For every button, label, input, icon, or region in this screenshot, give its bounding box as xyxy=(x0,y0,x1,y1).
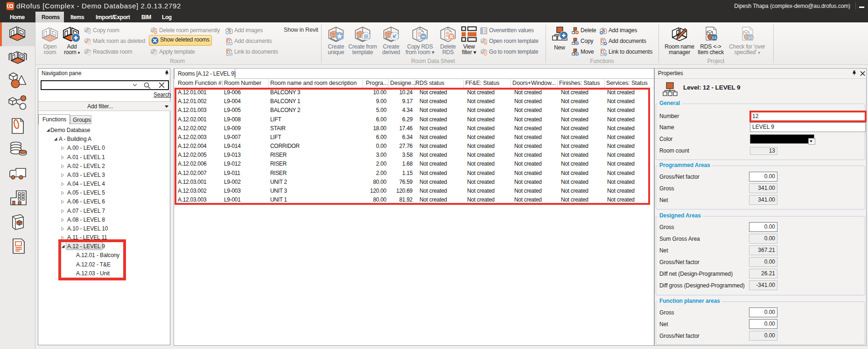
svg-text:1:1: 1:1 xyxy=(712,36,717,39)
svg-text:★: ★ xyxy=(336,32,343,40)
svg-text:1:1: 1:1 xyxy=(749,36,753,39)
